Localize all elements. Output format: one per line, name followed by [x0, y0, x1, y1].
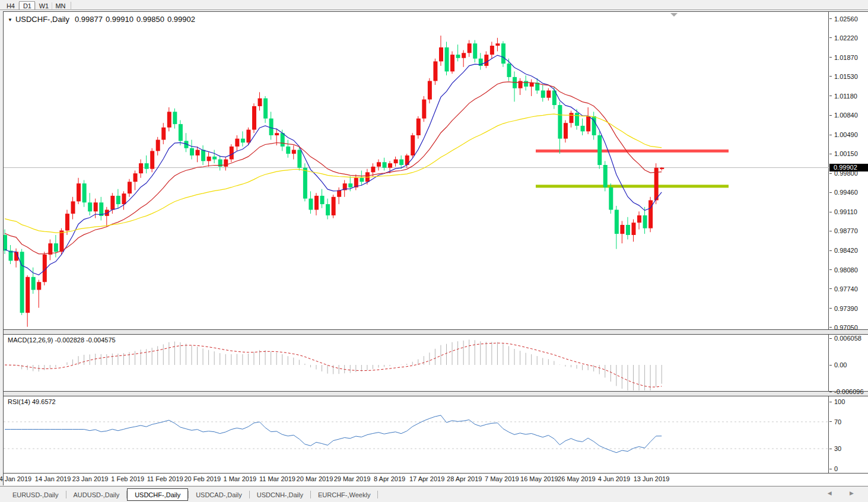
macd-tick-label: -0.006096 [834, 388, 864, 395]
date-axis-label: 29 Mar 2019 [334, 475, 371, 482]
date-axis-label: 17 Apr 2019 [409, 475, 444, 482]
date-axis-label: 4 Jun 2019 [598, 475, 630, 482]
symbol-tab-bar: EURUSD-,DailyAUDUSD-,DailyUSDCHF-,DailyU… [0, 486, 868, 502]
date-axis-label: 1 Mar 2019 [224, 475, 257, 482]
tab-usdchf-daily[interactable]: USDCHF-,Daily [127, 488, 188, 501]
tab-eurusd-daily[interactable]: EURUSD-,Daily [5, 489, 66, 501]
macd-tick-mark [829, 338, 832, 339]
price-tick-label: 1.01530 [834, 73, 858, 80]
symbol-label: USDCHF-,Daily [15, 15, 69, 24]
rsi-tick-mark [829, 421, 832, 422]
price-tick-mark [829, 192, 832, 193]
timeframe-button-w1[interactable]: W1 [36, 1, 52, 10]
candlestick-plot[interactable] [4, 12, 829, 329]
price-axis: 1.025601.022201.018701.015301.011801.008… [829, 12, 868, 329]
rsi-plot[interactable] [4, 396, 829, 473]
macd-label-line: MACD(12,26,9) -0.002828 -0.004575 [8, 336, 116, 344]
ohlc-close: 0.99902 [167, 15, 195, 24]
price-tick-label: 0.99460 [834, 189, 858, 196]
price-tick-label: 0.97390 [834, 305, 858, 312]
date-axis-label: 16 May 2019 [520, 475, 558, 482]
price-tick-mark [829, 269, 832, 270]
date-axis-label: 7 May 2019 [485, 475, 519, 482]
date-axis-label: 28 Apr 2019 [447, 475, 482, 482]
symbol-dropdown-icon[interactable]: ▼ [8, 17, 12, 23]
date-axis-label: 11 Feb 2019 [147, 475, 183, 482]
tab-usdcad-daily[interactable]: USDCAD-,Daily [189, 489, 249, 501]
price-tick-mark [829, 135, 832, 135]
rsi-tick-label: 30 [834, 445, 841, 452]
price-tick-mark [829, 96, 832, 96]
price-tick-label: 1.02560 [834, 15, 858, 23]
price-tick-label: 0.98770 [834, 227, 858, 234]
rsi-tick-label: 70 [834, 418, 841, 425]
price-tick-mark [829, 231, 832, 231]
timeframe-toolbar: H4D1W1MN [0, 0, 868, 10]
macd-plot[interactable] [4, 335, 829, 391]
macd-panel: MACD(12,26,9) -0.002828 -0.004575 0.0060… [4, 334, 868, 392]
price-tick-label: 1.00840 [834, 112, 858, 119]
symbol-ohlc-line: ▼USDCHF-,Daily0.998770.999100.998500.999… [8, 15, 195, 24]
macd-tick-mark [829, 392, 832, 392]
rsi-tick-mark [829, 402, 832, 402]
macd-plot-area: MACD(12,26,9) -0.002828 -0.004575 [4, 335, 829, 391]
date-axis-label: 20 Feb 2019 [184, 475, 221, 482]
price-tick-label: 0.99110 [834, 208, 857, 215]
price-tick-label: 1.02220 [834, 34, 858, 42]
rsi-label-line: RSI(14) 49.6572 [8, 398, 56, 405]
rsi-tick-mark [829, 469, 832, 469]
rsi-tick-mark [829, 449, 832, 449]
price-tick-mark [829, 154, 832, 154]
date-axis-label: 1 Feb 2019 [111, 475, 144, 482]
macd-values: -0.002828 -0.004575 [55, 336, 115, 344]
ohlc-open: 0.99877 [75, 15, 103, 24]
price-tick-label: 0.97050 [834, 324, 858, 331]
ohlc-low: 0.99850 [136, 15, 164, 24]
timeframe-button-d1[interactable]: D1 [19, 1, 35, 10]
price-tick-mark [829, 57, 832, 58]
price-tick-mark [829, 288, 832, 289]
main-plot-area: ▼USDCHF-,Daily0.998770.999100.998500.999… [4, 12, 829, 329]
ohlc-high: 0.99910 [106, 15, 133, 24]
tab-audusd-daily[interactable]: AUDUSD-,Daily [66, 489, 127, 501]
chart-window: ▼USDCHF-,Daily0.998770.999100.998500.999… [3, 11, 868, 485]
rsi-plot-area: RSI(14) 49.6572 [4, 396, 829, 473]
price-tick-mark [829, 115, 832, 116]
price-tick-mark [829, 18, 832, 19]
tab-eurchf-weekly[interactable]: EURCHF-,Weekly [311, 489, 377, 501]
price-tick-label: 1.00490 [834, 131, 858, 138]
date-axis-label: 11 Mar 2019 [259, 475, 295, 482]
rsi-tick-label: 100 [834, 398, 845, 405]
date-axis-label: 23 Jan 2019 [72, 475, 109, 482]
chart-shift-icon[interactable] [670, 13, 678, 17]
price-tick-mark [829, 327, 832, 328]
main-chart-panel: ▼USDCHF-,Daily0.998770.999100.998500.999… [4, 11, 868, 330]
macd-axis: 0.0060580.00-0.006096 [829, 335, 868, 391]
price-tick-label: 0.97740 [834, 285, 858, 293]
date-axis-label: 26 May 2019 [558, 475, 596, 482]
timeframe-button-mn[interactable]: MN [52, 1, 68, 10]
tab-scroll-arrows[interactable]: ◀ ▶ [828, 490, 862, 496]
price-tick-mark [829, 250, 832, 251]
rsi-panel: RSI(14) 49.6572 10070300 [4, 396, 868, 474]
date-axis-label: 4 Jan 2019 [0, 475, 31, 482]
current-price-tag: 0.99902 [829, 164, 868, 171]
date-axis-label: 20 Mar 2019 [297, 475, 333, 482]
date-axis: 4 Jan 201914 Jan 201923 Jan 20191 Feb 20… [4, 474, 868, 485]
macd-tick-label: 0.00 [834, 361, 847, 368]
price-tick-label: 1.00150 [834, 150, 858, 157]
rsi-value: 49.6572 [32, 398, 56, 405]
price-tick-label: 0.98080 [834, 266, 858, 274]
rsi-label: RSI(14) [8, 398, 30, 405]
timeframe-button-h4[interactable]: H4 [2, 1, 18, 10]
tab-usdcnh-daily[interactable]: USDCNH-,Daily [250, 489, 310, 501]
rsi-tick-label: 0 [834, 465, 838, 472]
rsi-axis: 10070300 [829, 396, 868, 473]
date-axis-label: 8 Apr 2019 [374, 475, 405, 482]
date-axis-label: 14 Jan 2019 [35, 475, 71, 482]
price-tick-mark [829, 212, 832, 212]
price-tick-mark [829, 37, 832, 38]
date-axis-label: 13 Jun 2019 [634, 475, 670, 482]
price-tick-mark [829, 76, 832, 77]
price-tick-label: 0.98420 [834, 247, 858, 254]
